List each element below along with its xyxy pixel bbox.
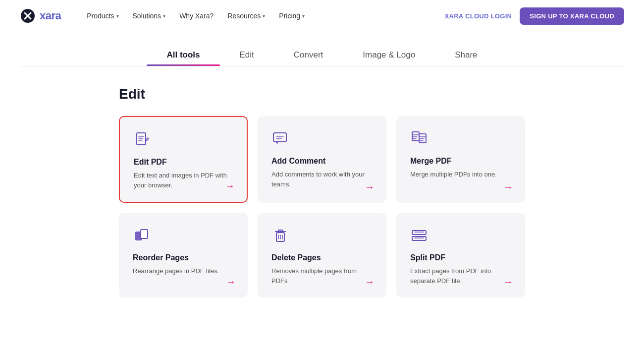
tool-desc-delete-pages: Removes multiple pages from PDFs	[271, 266, 373, 286]
tool-card-edit-pdf[interactable]: Edit PDF Edit text and images in PDF wit…	[119, 116, 248, 203]
tab-edit[interactable]: Edit	[220, 44, 274, 66]
tool-title-reorder-pages: Reorder Pages	[133, 253, 234, 262]
chevron-down-icon: ▾	[116, 13, 119, 19]
svg-rect-9	[412, 236, 426, 240]
xara-logo-icon	[20, 8, 36, 24]
svg-rect-2	[273, 133, 286, 142]
navbar: xara Products ▾ Solutions ▾ Why Xara? Re…	[0, 0, 644, 32]
edit-pdf-icon	[134, 131, 233, 151]
tool-card-merge-pdf[interactable]: Merge PDF Merge multiple PDFs into one. …	[396, 116, 525, 203]
nav-item-why-xara[interactable]: Why Xara?	[173, 8, 219, 24]
tool-desc-merge-pdf: Merge multiple PDFs into one.	[410, 170, 511, 179]
nav-links: Products ▾ Solutions ▾ Why Xara? Resourc…	[81, 8, 444, 24]
arrow-icon-add-comment: →	[365, 181, 375, 193]
tool-title-delete-pages: Delete Pages	[271, 253, 373, 262]
svg-rect-3	[412, 132, 419, 141]
arrow-icon-split-pdf: →	[503, 276, 513, 288]
svg-rect-8	[412, 231, 426, 235]
nav-item-pricing[interactable]: Pricing ▾	[273, 8, 311, 24]
tab-convert[interactable]: Convert	[274, 44, 343, 66]
reorder-pages-icon	[133, 227, 234, 246]
tool-card-add-comment[interactable]: Add Comment Add comments to work with yo…	[258, 116, 386, 203]
tabs-bar: All tools Edit Convert Image & Logo Shar…	[0, 44, 644, 66]
tab-image-logo[interactable]: Image & Logo	[343, 44, 435, 66]
tool-title-edit-pdf: Edit PDF	[134, 158, 233, 167]
arrow-icon-merge-pdf: →	[503, 181, 513, 193]
tools-grid: Edit PDF Edit text and images in PDF wit…	[119, 116, 525, 297]
tab-share[interactable]: Share	[435, 44, 497, 66]
logo-text: xara	[40, 9, 61, 22]
tool-card-split-pdf[interactable]: Split PDF Extract pages from PDF into se…	[396, 213, 525, 297]
tab-all-tools[interactable]: All tools	[147, 44, 219, 66]
tool-desc-reorder-pages: Rearrange pages in PDF files.	[133, 266, 234, 276]
arrow-icon-edit-pdf: →	[225, 180, 235, 192]
arrow-icon-reorder-pages: →	[226, 276, 236, 288]
nav-item-resources[interactable]: Resources ▾	[221, 8, 271, 24]
tool-card-delete-pages[interactable]: Delete Pages Removes multiple pages from…	[258, 213, 386, 297]
chevron-down-icon: ▾	[263, 13, 265, 19]
add-comment-icon	[271, 130, 373, 150]
svg-rect-6	[141, 230, 148, 238]
arrow-icon-delete-pages: →	[365, 276, 375, 288]
login-button[interactable]: XARA CLOUD LOGIN	[444, 12, 512, 20]
nav-item-solutions[interactable]: Solutions ▾	[127, 8, 172, 24]
tool-desc-split-pdf: Extract pages from PDF into separate PDF…	[410, 266, 511, 286]
delete-pages-icon	[271, 227, 373, 246]
tool-title-split-pdf: Split PDF	[410, 253, 511, 262]
nav-item-products[interactable]: Products ▾	[81, 8, 124, 24]
tool-title-merge-pdf: Merge PDF	[410, 157, 511, 166]
split-pdf-icon	[410, 227, 511, 246]
merge-pdf-icon	[410, 130, 511, 150]
section-title-edit: Edit	[119, 86, 525, 102]
signup-button[interactable]: SIGN UP TO XARA CLOUD	[520, 7, 624, 25]
svg-rect-4	[419, 134, 426, 143]
chevron-down-icon: ▾	[163, 13, 165, 19]
tool-desc-add-comment: Add comments to work with your teams.	[271, 170, 373, 189]
logo[interactable]: xara	[20, 8, 61, 24]
chevron-down-icon: ▾	[302, 13, 305, 19]
tool-card-reorder-pages[interactable]: Reorder Pages Rearrange pages in PDF fil…	[119, 213, 248, 297]
tool-desc-edit-pdf: Edit text and images in PDF with your br…	[134, 171, 233, 190]
main-content: Edit Edit PDF Edit text and images in PD…	[0, 66, 644, 317]
tool-title-add-comment: Add Comment	[271, 157, 373, 166]
nav-actions: XARA CLOUD LOGIN SIGN UP TO XARA CLOUD	[444, 7, 624, 25]
